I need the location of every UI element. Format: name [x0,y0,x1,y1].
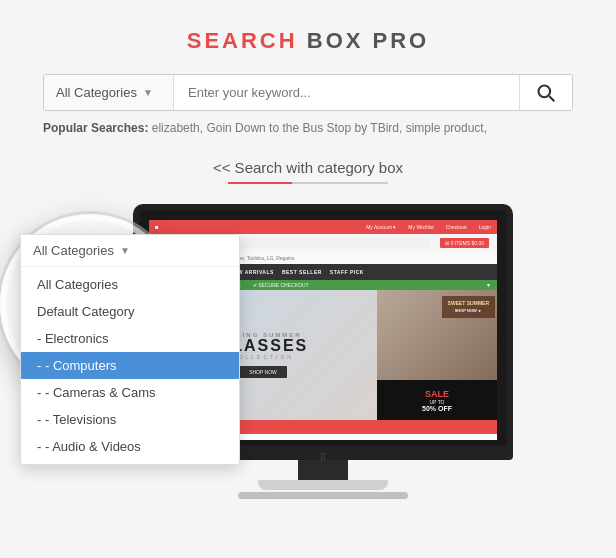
popular-searches: Popular Searches: elizabeth, Goin Down t… [43,121,573,135]
section-heading: << Search with category box [213,159,403,184]
page-title: SEARCH BOX PRO [187,28,429,54]
banner-right: SWEET SUMMERSHOP NOW ► SALE UP TO 50% OF… [377,290,497,420]
monitor-stand [258,480,388,490]
dropdown-arrow-icon: ▼ [143,87,153,98]
dropdown-item-computers[interactable]: - - Computers [21,352,239,379]
dropdown-header-label: All Categories [33,243,114,258]
search-button[interactable] [519,75,572,110]
sale-percent: 50% OFF [422,405,452,412]
nav-staff-pick: STAFF PICK [330,269,364,275]
svg-point-0 [539,85,551,97]
popular-searches-items: elizabeth, Goin Down to the Bus Stop by … [152,121,487,135]
title-box-word: BOX PRO [298,28,430,53]
popular-searches-label: Popular Searches: [43,121,148,135]
search-bar: All Categories ▼ [43,74,573,111]
banner-collection-text: COLLECTION [232,354,294,360]
dropdown-header[interactable]: All Categories ▼ [21,235,239,267]
dropdown-item-televisions[interactable]: - - Televisions [21,406,239,433]
monitor-topbar: ■ My Account ▾ My Wishlist Checkout Logi… [149,220,497,234]
dropdown-list: All Categories Default Category - Electr… [21,267,239,464]
dropdown-item-default[interactable]: Default Category [21,298,239,325]
dropdown-item-audio[interactable]: - - Audio & Videos [21,433,239,460]
banner-shopnow-btn[interactable]: SHOP NOW [239,366,287,378]
title-search-word: SEARCH [187,28,298,53]
dropdown-item-all[interactable]: All Categories [21,271,239,298]
svg-line-1 [549,96,554,101]
dropdown-item-cameras[interactable]: - - Cameras & Cams [21,379,239,406]
sweet-summer-badge: SWEET SUMMERSHOP NOW ► [442,296,495,318]
sale-text: SALE [425,389,449,399]
monitor-neck [298,460,348,480]
nav-best-seller: BEST SELLER [282,269,322,275]
dropdown-header-arrow-icon: ▼ [120,245,130,256]
heading-underline [228,182,388,184]
category-dropdown-menu[interactable]: All Categories ▼ All Categories Default … [20,234,240,465]
category-dropdown[interactable]: All Categories ▼ [44,75,174,110]
monitor-container: All Categories ▼ All Categories Default … [30,204,586,499]
search-input[interactable] [174,75,519,110]
category-label: All Categories [56,85,137,100]
section-heading-text: << Search with category box [213,159,403,176]
monitor-base [238,492,408,499]
dropdown-item-electronics[interactable]: - Electronics [21,325,239,352]
sale-strip: SALE UP TO 50% OFF [377,380,497,420]
apple-logo-icon:  [321,451,325,462]
search-icon [536,83,556,103]
